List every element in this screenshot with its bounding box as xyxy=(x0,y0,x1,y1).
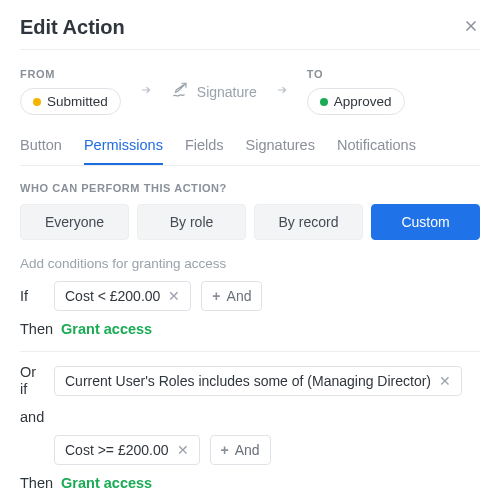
condition-text: Current User's Roles includes some of (M… xyxy=(65,373,431,389)
plus-icon: + xyxy=(212,288,220,304)
scope-by-role[interactable]: By role xyxy=(137,204,246,240)
dialog-tabs: Button Permissions Fields Signatures Not… xyxy=(20,129,480,166)
scope-custom[interactable]: Custom xyxy=(371,204,480,240)
tab-fields[interactable]: Fields xyxy=(185,129,224,165)
then-keyword: Then xyxy=(20,475,53,491)
arrow-right-icon xyxy=(139,83,153,101)
rule-block: If Cost < £200.00 ✕ + And Then Grant acc… xyxy=(20,281,480,352)
add-and-button[interactable]: + And xyxy=(210,435,271,465)
remove-icon[interactable]: ✕ xyxy=(168,289,180,303)
who-label: WHO CAN PERFORM THIS ACTION? xyxy=(20,182,480,194)
to-state-text: Approved xyxy=(334,94,392,109)
close-icon[interactable] xyxy=(462,17,480,39)
middle-state-text: Signature xyxy=(197,84,257,100)
condition-chip[interactable]: Cost < £200.00 ✕ xyxy=(54,281,191,311)
workflow-from: FROM Submitted xyxy=(20,68,121,115)
workflow-middle: Signature xyxy=(171,81,257,102)
dialog-title: Edit Action xyxy=(20,16,125,39)
tab-signatures[interactable]: Signatures xyxy=(246,129,315,165)
from-state-chip[interactable]: Submitted xyxy=(20,88,121,115)
grant-access-label: Grant access xyxy=(61,321,152,337)
or-if-keyword: Or if xyxy=(20,364,44,399)
tab-notifications[interactable]: Notifications xyxy=(337,129,416,165)
tab-button[interactable]: Button xyxy=(20,129,62,165)
and-label: And xyxy=(235,442,260,458)
remove-icon[interactable]: ✕ xyxy=(177,443,189,457)
then-keyword: Then xyxy=(20,321,53,337)
and-trail: and xyxy=(20,409,44,425)
from-label: FROM xyxy=(20,68,121,80)
rule-block: Or if Current User's Roles includes some… xyxy=(20,364,480,500)
condition-chip[interactable]: Current User's Roles includes some of (M… xyxy=(54,366,462,396)
condition-text: Cost < £200.00 xyxy=(65,288,160,304)
workflow-to: TO Approved xyxy=(307,68,405,115)
condition-chip[interactable]: Cost >= £200.00 ✕ xyxy=(54,435,200,465)
arrow-right-icon xyxy=(275,83,289,101)
plus-icon: + xyxy=(221,442,229,458)
grant-access-label: Grant access xyxy=(61,475,152,491)
scope-segmented: Everyone By role By record Custom xyxy=(20,204,480,240)
dialog-header: Edit Action xyxy=(20,16,480,50)
remove-icon[interactable]: ✕ xyxy=(439,374,451,388)
to-state-chip[interactable]: Approved xyxy=(307,88,405,115)
status-dot-yellow xyxy=(33,98,41,106)
workflow-bar: FROM Submitted Signature TO Approved xyxy=(20,50,480,129)
if-keyword: If xyxy=(20,288,44,304)
signature-icon xyxy=(171,81,189,102)
condition-text: Cost >= £200.00 xyxy=(65,442,169,458)
then-line: Then Grant access xyxy=(20,321,480,337)
then-line: Then Grant access xyxy=(20,475,480,491)
add-and-button[interactable]: + And xyxy=(201,281,262,311)
to-label: TO xyxy=(307,68,405,80)
and-label: And xyxy=(227,288,252,304)
scope-everyone[interactable]: Everyone xyxy=(20,204,129,240)
from-state-text: Submitted xyxy=(47,94,108,109)
edit-action-dialog: Edit Action FROM Submitted Signature TO xyxy=(0,0,500,500)
conditions-hint: Add conditions for granting access xyxy=(20,256,480,271)
scope-by-record[interactable]: By record xyxy=(254,204,363,240)
tab-permissions[interactable]: Permissions xyxy=(84,129,163,165)
status-dot-green xyxy=(320,98,328,106)
